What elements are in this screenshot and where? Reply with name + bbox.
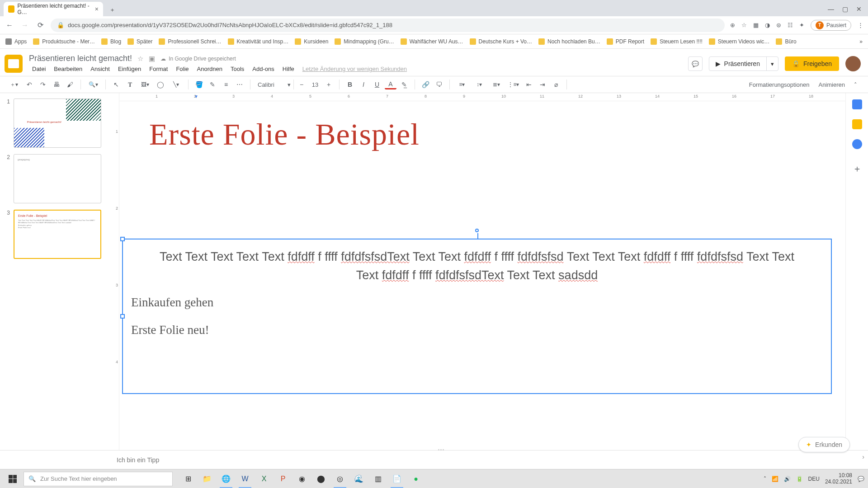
body-placeholder-selected[interactable]: Text Text Text Text Text fdfdff f ffff f… (122, 239, 832, 394)
taskbar-search[interactable]: 🔍Zur Suche Text hier eingeben (24, 472, 173, 486)
volume-icon[interactable]: 🔊 (784, 476, 791, 482)
font-size-increase[interactable]: + (323, 79, 335, 90)
bookmark-item[interactable]: Steuern Lesen !!!! (651, 38, 703, 45)
calendar-addon-icon[interactable] (852, 99, 862, 109)
slide-thumb-1[interactable]: 1 Präsentieren leicht gemacht! (4, 99, 101, 148)
border-dash-button[interactable]: ⋯ (234, 79, 245, 90)
menu-anordnen[interactable]: Anordnen (194, 64, 226, 74)
menu-bearbeiten[interactable]: Bearbeiten (51, 64, 85, 74)
slide-thumb-3[interactable]: 3 Erste Folie - Beispiel Text Text Text … (4, 210, 101, 259)
resize-handle-tl[interactable] (120, 237, 125, 241)
bookmark-item[interactable]: Professionell Schrei… (159, 38, 221, 45)
numbered-list-button[interactable]: ≣▾ (489, 79, 504, 90)
bookmark-item[interactable]: Kreativität und Insp… (228, 38, 289, 45)
reload-icon[interactable]: ⟳ (35, 21, 45, 29)
battery-icon[interactable]: 🔋 (796, 476, 803, 482)
bookmark-item[interactable]: Deutsche Kurs + Vo… (470, 38, 532, 45)
bookmark-item[interactable]: Später (127, 38, 152, 45)
slide-canvas[interactable]: Erste Folie - Beispiel Text Text Text Te… (122, 103, 827, 410)
qr-icon[interactable]: ▦ (753, 22, 759, 28)
edge-icon[interactable]: 🌐 (217, 470, 235, 488)
star-icon[interactable]: ☆ (137, 55, 143, 63)
speaker-notes[interactable]: Ich bin ein Tipp ✦Erkunden › (0, 450, 868, 469)
undo-button[interactable]: ↶ (24, 79, 35, 90)
task-view-icon[interactable]: ⊞ (179, 470, 197, 488)
font-size-value[interactable]: 13 (308, 81, 322, 88)
ext1-icon[interactable]: ◑ (765, 22, 770, 28)
keep-addon-icon[interactable] (852, 119, 862, 129)
bookmark-item[interactable]: PDF Report (607, 38, 644, 45)
notepad-icon[interactable]: 📄 (388, 470, 406, 488)
language-indicator[interactable]: DEU (808, 476, 820, 482)
edge2-icon[interactable]: 🌊 (350, 470, 368, 488)
browser-tab[interactable]: Präsentieren leicht gemacht! - G… × (4, 2, 103, 16)
slides-logo-icon[interactable] (5, 55, 23, 73)
notes-resize-handle[interactable] (434, 449, 448, 452)
bookmark-star-icon[interactable]: ☆ (741, 22, 747, 28)
paint-format-button[interactable]: 🖌 (64, 79, 76, 90)
animate-button[interactable]: Animieren (818, 81, 845, 88)
app-icon[interactable]: ◉ (293, 470, 311, 488)
notes-text[interactable]: Ich bin ein Tipp (117, 456, 159, 464)
bookmark-item[interactable]: Kursideen (295, 38, 328, 45)
bold-button[interactable]: B (344, 79, 356, 90)
border-weight-button[interactable]: ≡ (220, 79, 232, 90)
last-change-link[interactable]: Letzte Änderung vor wenigen Sekunden (299, 64, 410, 74)
close-window-icon[interactable]: ✕ (856, 5, 862, 13)
profile-paused-chip[interactable]: T Pausiert (811, 20, 851, 31)
font-size-decrease[interactable]: − (296, 79, 307, 90)
bookmark-item[interactable]: Noch hochladen Bu… (538, 38, 600, 45)
extensions-icon[interactable]: ✦ (799, 22, 804, 28)
menu-addons[interactable]: Add-ons (249, 64, 277, 74)
format-options-button[interactable]: Formatierungsoptionen (749, 81, 810, 88)
underline-button[interactable]: U (371, 79, 383, 90)
spotify-icon[interactable]: ● (407, 470, 425, 488)
slide-title-text[interactable]: Erste Folie - Beispiel (122, 103, 827, 166)
indent-increase-button[interactable]: ⇥ (537, 79, 548, 90)
body-paragraph-1[interactable]: Text Text Text Text Text fdfdff f ffff f… (131, 248, 823, 284)
bulleted-list-button[interactable]: ⋮≡▾ (506, 79, 521, 90)
print-button[interactable]: 🖶 (51, 79, 62, 90)
clear-formatting-button[interactable]: ⌀ (550, 79, 562, 90)
slide-thumb-2[interactable]: 2 gwegegweg (4, 154, 101, 203)
obs-icon[interactable]: ⬤ (312, 470, 330, 488)
user-avatar[interactable] (845, 56, 861, 71)
line-tool[interactable]: ╲▾ (168, 79, 184, 90)
body-paragraph-2[interactable]: Einkaufen gehen (131, 293, 823, 312)
menu-einfuegen[interactable]: Einfügen (115, 64, 144, 74)
word-icon[interactable]: W (236, 470, 254, 488)
present-button[interactable]: ▶Präsentieren (709, 57, 766, 70)
start-button[interactable] (4, 470, 22, 488)
kebab-menu-icon[interactable]: ⋮ (858, 22, 863, 28)
menu-ansicht[interactable]: Ansicht (87, 64, 113, 74)
resize-handle-ml[interactable] (120, 314, 125, 319)
link-button[interactable]: 🔗 (420, 79, 431, 90)
wifi-icon[interactable]: 📶 (772, 476, 778, 482)
tray-chevron-icon[interactable]: ˄ (764, 476, 766, 482)
menu-hilfe[interactable]: Hilfe (279, 64, 297, 74)
bookmark-item[interactable]: Büro (776, 38, 796, 45)
bookmark-item[interactable]: Wahlfächer WU Aus… (401, 38, 463, 45)
zoom-icon[interactable]: ⊕ (730, 22, 735, 28)
tab-close-icon[interactable]: × (95, 5, 99, 13)
excel-icon[interactable]: X (255, 470, 273, 488)
document-title[interactable]: Präsentieren leicht gemacht! (29, 54, 132, 63)
powerpoint-icon[interactable]: P (274, 470, 292, 488)
tasks-addon-icon[interactable] (852, 139, 862, 149)
maximize-icon[interactable]: ▢ (842, 5, 848, 13)
reader-icon[interactable]: ☷ (788, 22, 793, 28)
new-slide-button[interactable]: ＋▾ (6, 79, 22, 90)
zoom-button[interactable]: 🔍▾ (85, 79, 101, 90)
line-spacing-button[interactable]: ↕▾ (472, 79, 487, 90)
redo-button[interactable]: ↷ (37, 79, 49, 90)
sidepanel-toggle-icon[interactable]: › (862, 453, 864, 460)
menu-tools[interactable]: Tools (227, 64, 247, 74)
bookmark-apps[interactable]: Apps (5, 38, 27, 45)
bookmark-item[interactable]: Steuern Videos wic… (709, 38, 770, 45)
border-color-button[interactable]: ✎ (207, 79, 218, 90)
menu-format[interactable]: Format (146, 64, 171, 74)
present-dropdown[interactable]: ▾ (766, 57, 778, 70)
fill-color-button[interactable]: 🪣 (193, 79, 205, 90)
explore-button[interactable]: ✦Erkunden (798, 437, 850, 452)
select-tool[interactable]: ↖ (110, 79, 122, 90)
